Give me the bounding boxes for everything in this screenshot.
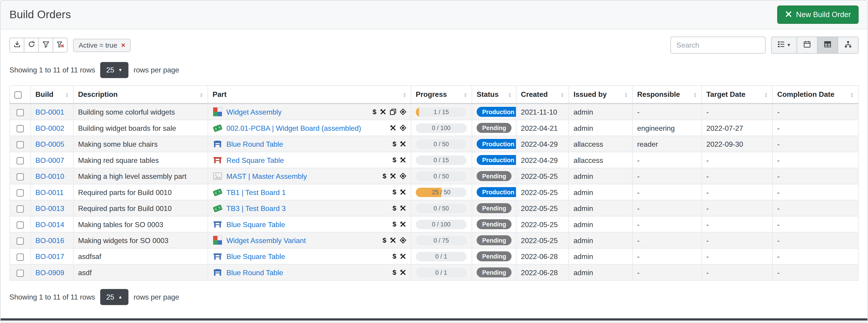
part-link[interactable]: Blue Square Table [226, 220, 285, 228]
row-checkbox[interactable] [17, 253, 24, 261]
responsible-cell: - [632, 248, 702, 264]
build-link[interactable]: BO-0005 [35, 140, 64, 148]
part-link[interactable]: 002.01-PCBA | Widget Board (assembled) [226, 124, 361, 132]
column-header-responsible[interactable]: Responsible▲▼ [632, 86, 702, 104]
calendar-view-button[interactable] [797, 36, 817, 54]
select-all-header [10, 86, 31, 104]
progress-bar: 1 / 15 [416, 107, 467, 116]
currency-icon[interactable]: $ [393, 188, 396, 196]
column-header-build[interactable]: Build▲▼ [31, 86, 73, 104]
build-link[interactable]: BO-0909 [35, 268, 64, 276]
assembly-icon[interactable] [400, 125, 406, 131]
tools-icon[interactable] [400, 205, 406, 211]
remove-filter-chip-icon[interactable]: × [121, 41, 125, 49]
tools-icon[interactable] [390, 237, 396, 243]
completion-date-cell: - [773, 200, 859, 216]
column-header-issued-by[interactable]: Issued by▲▼ [569, 86, 632, 104]
new-build-order-button[interactable]: New Build Order [777, 5, 859, 24]
column-header-status[interactable]: Status▲▼ [472, 86, 516, 104]
part-link[interactable]: Red Square Table [226, 156, 284, 164]
page-size-dropdown[interactable]: 25 ▲ [100, 289, 129, 305]
sort-down-icon: ▼ [464, 94, 467, 97]
assembly-icon[interactable] [400, 109, 406, 115]
filter-button[interactable] [38, 37, 53, 53]
remove-filters-button[interactable] [53, 37, 68, 53]
list-view-button[interactable]: ▼ [771, 36, 797, 54]
currency-icon[interactable]: $ [393, 156, 396, 163]
row-select-cell [10, 232, 31, 248]
build-link[interactable]: BO-0011 [35, 188, 64, 196]
column-header-part[interactable]: Part▲▼ [208, 86, 411, 104]
part-link[interactable]: Widget Assembly [226, 108, 281, 116]
part-link[interactable]: TB1 | Test Board 1 [226, 188, 286, 196]
build-link[interactable]: BO-0002 [35, 124, 64, 132]
tools-icon[interactable] [400, 157, 406, 163]
currency-icon[interactable]: $ [393, 205, 396, 212]
currency-icon[interactable]: $ [383, 237, 386, 244]
currency-icon[interactable]: $ [393, 221, 396, 228]
copy-icon[interactable] [390, 109, 396, 115]
build-link[interactable]: BO-0013 [35, 204, 64, 212]
tools-icon[interactable] [400, 269, 406, 275]
search-input[interactable] [670, 36, 766, 54]
tree-view-button[interactable] [837, 36, 859, 54]
status-badge: Pending [477, 203, 512, 213]
assembly-icon[interactable] [400, 173, 406, 179]
row-checkbox[interactable] [17, 221, 24, 229]
build-link[interactable]: BO-0017 [35, 252, 64, 260]
page-size-dropdown[interactable]: 25 ▼ [100, 62, 129, 78]
column-header-completion-date[interactable]: Completion Date▲▼ [773, 86, 859, 104]
row-checkbox[interactable] [17, 173, 24, 180]
part-link[interactable]: Blue Round Table [226, 140, 283, 148]
sort-down-icon: ▼ [560, 94, 564, 97]
column-header-description[interactable]: Description▲▼ [73, 86, 208, 104]
part-cell: Blue Square Table $ [208, 216, 411, 232]
tools-icon[interactable] [390, 173, 396, 179]
progress-cell: 0 / 50 [411, 200, 472, 216]
build-cell: BO-0013 [31, 200, 73, 216]
tools-icon[interactable] [390, 125, 396, 131]
refresh-button[interactable] [24, 37, 39, 53]
build-link[interactable]: BO-0016 [35, 236, 64, 244]
row-checkbox[interactable] [17, 237, 24, 245]
currency-icon[interactable]: $ [373, 109, 376, 115]
download-button[interactable] [9, 37, 24, 53]
build-link[interactable]: BO-0014 [35, 220, 64, 228]
select-all-checkbox[interactable] [14, 91, 22, 99]
created-cell: 2022-05-25 [516, 184, 569, 200]
build-link[interactable]: BO-0001 [35, 108, 64, 116]
column-header-progress[interactable]: Progress▲▼ [411, 86, 472, 104]
row-checkbox[interactable] [17, 109, 24, 116]
currency-icon[interactable]: $ [393, 269, 396, 276]
column-header-target-date[interactable]: Target Date▲▼ [702, 86, 773, 104]
currency-icon[interactable]: $ [393, 253, 396, 260]
column-header-created[interactable]: Created▲▼ [516, 86, 569, 104]
part-link[interactable]: Blue Square Table [226, 252, 285, 260]
part-link[interactable]: TB3 | Test Board 3 [226, 204, 286, 212]
tools-icon[interactable] [380, 109, 386, 115]
build-link[interactable]: BO-0010 [35, 172, 64, 180]
row-checkbox[interactable] [17, 125, 24, 132]
tools-icon[interactable] [400, 221, 406, 228]
currency-icon[interactable]: $ [393, 141, 396, 147]
table-row: BO-0002 Building widget boards for sale … [10, 120, 859, 136]
build-link[interactable]: BO-0007 [35, 156, 64, 164]
row-checkbox[interactable] [17, 141, 24, 148]
part-link[interactable]: MAST | Master Assembly [226, 172, 307, 180]
build-cell: BO-0001 [31, 104, 73, 120]
part-link[interactable]: Widget Assembly Variant [226, 236, 306, 244]
tools-icon[interactable] [400, 253, 406, 260]
row-checkbox[interactable] [17, 189, 24, 196]
part-link[interactable]: Blue Round Table [226, 268, 283, 276]
currency-icon[interactable]: $ [383, 173, 386, 179]
table-view-button[interactable] [817, 36, 838, 54]
tools-icon[interactable] [400, 189, 406, 196]
sort-icons: ▲▼ [693, 92, 697, 97]
row-checkbox[interactable] [17, 157, 24, 164]
assembly-icon[interactable] [400, 237, 406, 243]
tools-icon[interactable] [400, 141, 406, 147]
table-red-square-thumbnail-icon [213, 155, 222, 165]
row-checkbox[interactable] [17, 269, 24, 277]
responsible-cell: - [632, 264, 702, 281]
row-checkbox[interactable] [17, 205, 24, 212]
